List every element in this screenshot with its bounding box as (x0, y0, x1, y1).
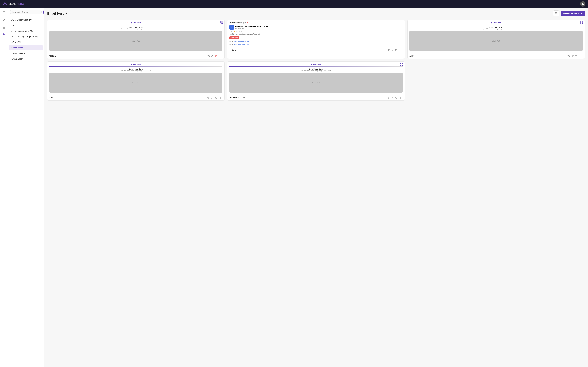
brand-item-abm-automation[interactable]: ABM - Automation Mag (9, 28, 43, 34)
stat-icon: ◎ (229, 43, 231, 45)
copy-icon[interactable] (215, 97, 217, 99)
brand-title-text: Email Hero (47, 12, 64, 15)
view-icon[interactable] (388, 49, 390, 51)
more-options-button[interactable]: ⋮ (218, 54, 223, 57)
card-preview: ◆ Email Hero Email Hero News The publish… (407, 20, 585, 53)
company-loc: Eschborn, DE (235, 27, 269, 29)
search-input[interactable] (10, 10, 42, 14)
corner-grid-icon[interactable]: + (400, 63, 403, 66)
brand-item-abm-wings[interactable]: ABM - Wings (9, 40, 43, 45)
search-bar: + (8, 8, 44, 16)
svg-rect-18 (220, 22, 221, 22)
svg-point-39 (208, 97, 210, 99)
svg-rect-13 (4, 33, 5, 34)
review-badge: Neue Bewertungen (229, 22, 402, 24)
card-review-preview: Neue Bewertungen R Randstad Deutschland … (227, 20, 404, 47)
more-options-button[interactable]: ⋮ (579, 54, 583, 57)
card-image-placeholder: 600 x 400 (229, 73, 402, 92)
view-icon[interactable] (568, 55, 570, 57)
card-title-text: Email Hero News (49, 68, 223, 70)
svg-point-2 (582, 3, 583, 4)
brand-title-dropdown[interactable]: Email Hero ▾ (47, 11, 67, 15)
edit-icon[interactable] (211, 55, 214, 57)
more-options-button[interactable]: ⋮ (399, 49, 403, 52)
template-card-email-hero-news[interactable]: ◆ Email Hero Email Hero News The publish… (227, 61, 405, 100)
template-name: test 2 (49, 96, 55, 99)
svg-rect-20 (220, 23, 221, 24)
card-footer: test 2 ⋮ (47, 95, 225, 100)
card-header-bar (229, 66, 402, 67)
sidebar-icon-tools[interactable] (1, 17, 7, 23)
card-brand-label: ◆ Email Hero (49, 22, 223, 24)
svg-rect-30 (580, 22, 581, 22)
svg-point-28 (388, 50, 389, 51)
card-footer: testing ⋮ (227, 47, 404, 53)
template-card-test21[interactable]: ◆ Email Hero Email Hero News The publish… (47, 20, 225, 59)
template-name: testing (229, 49, 236, 51)
card-actions: ⋮ (568, 54, 583, 57)
svg-point-24 (208, 55, 210, 57)
svg-rect-29 (396, 50, 397, 51)
card-image-placeholder: 600 x 400 (409, 31, 583, 51)
brand-item-abm-design[interactable]: ABM - Design Engineering (9, 34, 43, 39)
edit-icon[interactable] (571, 55, 574, 57)
card-brand-text: Email Hero (313, 64, 321, 65)
sidebar-icon-doc[interactable] (1, 10, 7, 16)
svg-rect-8 (3, 26, 4, 27)
edit-icon[interactable] (391, 49, 394, 51)
diamond-icon: ◆ (131, 64, 132, 65)
review-read-button[interactable]: Jetzt lesen (229, 36, 239, 39)
review-dot (247, 22, 248, 24)
card-title-text: Email Hero News (49, 26, 223, 28)
stat-icon: ◎ (229, 40, 231, 43)
review-stats: ◎ 3 Neue Gehaltsangaben ◎ 1 Neue Kulturb… (229, 40, 402, 45)
card-subtitle-text: The publisher's email templating SUPERHE… (49, 28, 223, 30)
view-icon[interactable] (207, 97, 210, 99)
more-options-button[interactable]: ⋮ (218, 96, 223, 99)
card-preview: ◆ Email Hero Email Hero News The publish… (47, 20, 225, 53)
search-button[interactable] (553, 10, 559, 17)
brand-item-inbox-monster[interactable]: Inbox Monster (9, 51, 43, 56)
sidebar-icon-apps[interactable] (1, 32, 7, 37)
view-icon[interactable] (207, 55, 210, 57)
review-stat: ◎ 3 Neue Gehaltsangaben (229, 40, 402, 43)
template-card-asdf[interactable]: ◆ Email Hero Email Hero News The publish… (407, 20, 585, 59)
copy-icon[interactable] (575, 55, 577, 57)
card-brand-label: ◆ Email Hero (229, 64, 402, 65)
svg-point-40 (208, 97, 209, 98)
review-rating: 1,6 (229, 31, 232, 33)
card-actions: ⋮ (388, 96, 403, 99)
corner-grid-icon[interactable]: + (580, 21, 583, 25)
copy-icon[interactable] (215, 55, 217, 57)
corner-grid-icon[interactable]: + (220, 21, 223, 25)
dropdown-chevron-icon: ▾ (65, 11, 67, 15)
template-card-test2[interactable]: ◆ Email Hero Email Hero News The publish… (47, 61, 225, 100)
content-header: Email Hero ▾ + NEW TEMPLATE (47, 10, 585, 17)
svg-point-36 (568, 55, 570, 57)
brands-sidebar: + ABM Super SecuritytestABM - Automation… (8, 8, 44, 367)
card-actions: ⋮ (388, 49, 403, 52)
svg-point-16 (555, 12, 557, 14)
svg-rect-38 (576, 55, 577, 57)
review-stars: ★★★★★ (233, 30, 242, 33)
new-template-button[interactable]: + NEW TEMPLATE (561, 11, 585, 16)
brand-item-test[interactable]: test (9, 23, 43, 28)
card-brand-text: Email Hero (133, 22, 141, 24)
brand-item-chamaileon[interactable]: Chamaileon (9, 56, 43, 62)
topnav: EMAILHERO (0, 0, 588, 8)
svg-rect-26 (216, 55, 217, 57)
view-icon[interactable] (388, 97, 390, 99)
copy-icon[interactable] (395, 97, 397, 99)
svg-point-48 (388, 97, 390, 99)
edit-icon[interactable] (391, 97, 394, 99)
sidebar-icon-grid[interactable] (1, 24, 7, 30)
brand-item-email-hero[interactable]: Email Hero (9, 45, 43, 50)
template-card-testing[interactable]: Neue Bewertungen R Randstad Deutschland … (227, 20, 405, 59)
more-options-button[interactable]: ⋮ (399, 96, 403, 99)
copy-icon[interactable] (395, 49, 397, 51)
edit-icon[interactable] (211, 97, 214, 99)
avatar[interactable] (580, 1, 585, 7)
review-stat: ◎ 1 Neue Kulturbewertung (229, 43, 402, 45)
svg-rect-50 (396, 97, 397, 99)
brand-item-abm-super-security[interactable]: ABM Super Security (9, 17, 43, 23)
